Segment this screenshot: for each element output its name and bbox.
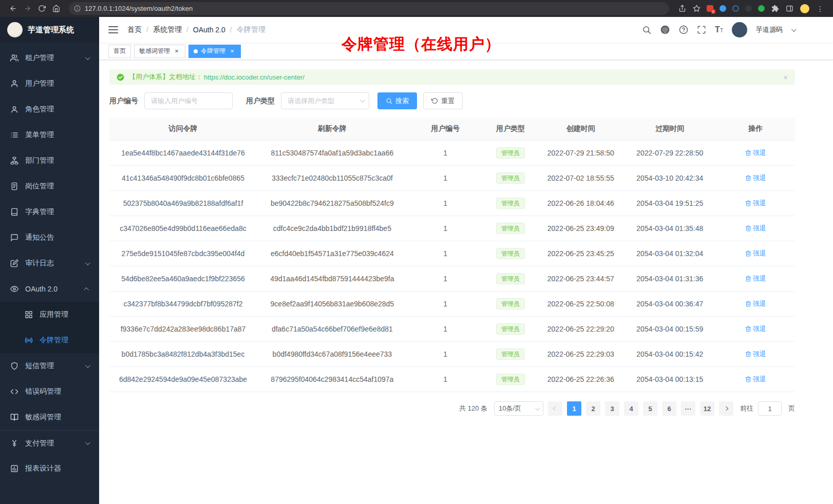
- yen-icon: [10, 439, 18, 448]
- goto-page-input[interactable]: [758, 401, 782, 416]
- force-logout-button[interactable]: 强退: [745, 249, 766, 258]
- side-panel-icon[interactable]: [783, 2, 796, 15]
- force-logout-button[interactable]: 强退: [745, 224, 766, 233]
- tab-close-icon[interactable]: ×: [173, 48, 180, 55]
- user-type-select[interactable]: 请选择用户类型: [281, 92, 369, 109]
- search-button[interactable]: 搜索: [377, 92, 417, 109]
- tab-close-icon[interactable]: ×: [229, 48, 236, 55]
- sidebar-item-label: 字典管理: [25, 207, 54, 217]
- breadcrumb-item[interactable]: OAuth 2.0: [193, 26, 225, 34]
- sidebar-item-tenant[interactable]: 租户管理: [0, 45, 99, 71]
- breadcrumb-separator: /: [146, 26, 148, 34]
- sidebar-item-user[interactable]: 用户管理: [0, 71, 99, 96]
- user-avatar[interactable]: [732, 22, 747, 37]
- sidebar-item-dept[interactable]: 部门管理: [0, 148, 99, 173]
- page-12-button[interactable]: 12: [700, 401, 714, 416]
- next-page-button[interactable]: [719, 401, 733, 416]
- github-icon[interactable]: [660, 25, 670, 35]
- extensions-puzzle-icon[interactable]: [768, 2, 782, 15]
- page-4-button[interactable]: 4: [624, 401, 638, 416]
- hamburger-icon[interactable]: [108, 26, 118, 33]
- sidebar-item-label: 用户管理: [25, 79, 54, 88]
- forward-icon[interactable]: [21, 2, 34, 15]
- force-logout-label: 强退: [753, 324, 766, 334]
- page-1-button[interactable]: 1: [567, 401, 581, 416]
- chevron-down-icon: [85, 440, 90, 445]
- bookmark-star-icon[interactable]: [690, 2, 703, 15]
- tab-token[interactable]: 令牌管理×: [188, 45, 241, 58]
- page-3-button[interactable]: 3: [605, 401, 619, 416]
- force-logout-button[interactable]: 强退: [745, 148, 766, 158]
- sidebar-item-audit-log[interactable]: 审计日志: [0, 250, 99, 276]
- extension-dark2-icon[interactable]: [745, 5, 752, 12]
- sidebar-item-notice[interactable]: 通知公告: [0, 225, 99, 250]
- fullscreen-icon[interactable]: [697, 25, 706, 34]
- home-icon[interactable]: [49, 2, 63, 15]
- user-type-label: 用户类型: [246, 96, 275, 106]
- sidebar-item-oauth2-token[interactable]: 令牌管理: [0, 327, 99, 353]
- table-row: 6d842e2924594de9a09e45e087323abe8796295f…: [109, 367, 795, 392]
- access-token-cell: 6d842e2924594de9a09e45e087323abe: [109, 367, 257, 392]
- pagination-total: 共 120 条: [459, 404, 487, 413]
- header-search-icon[interactable]: [642, 25, 651, 34]
- force-logout-button[interactable]: 强退: [745, 375, 766, 384]
- breadcrumb: 首页/系统管理/OAuth 2.0/令牌管理: [127, 25, 266, 34]
- reset-button[interactable]: 重置: [423, 92, 463, 109]
- force-logout-button[interactable]: 强退: [745, 173, 766, 183]
- force-logout-label: 强退: [753, 249, 766, 258]
- sidebar-item-report-designer[interactable]: 报表设计器: [0, 456, 99, 481]
- menu-list-icon: [10, 131, 18, 139]
- breadcrumb-item[interactable]: 首页: [127, 25, 142, 34]
- sidebar-item-post[interactable]: 岗位管理: [0, 173, 99, 199]
- extension-dark-icon[interactable]: [732, 5, 739, 12]
- help-icon[interactable]: [679, 25, 688, 34]
- user-type-badge: 管理员: [496, 147, 525, 159]
- info-icon[interactable]: [74, 5, 81, 12]
- page-size-select[interactable]: 10条/页: [494, 401, 543, 416]
- sidebar: 芋道管理系统 租户管理用户管理角色管理菜单管理部门管理岗位管理字典管理通知公告审…: [0, 17, 99, 504]
- sidebar-item-sensitive-word[interactable]: 敏感词管理: [0, 404, 99, 430]
- sidebar-item-sms[interactable]: 短信管理: [0, 353, 99, 379]
- sidebar-item-oauth2[interactable]: OAuth 2.0: [0, 276, 99, 302]
- sidebar-menu: 租户管理用户管理角色管理菜单管理部门管理岗位管理字典管理通知公告审计日志OAut…: [0, 43, 99, 504]
- browser-menu-icon[interactable]: ⋮: [813, 2, 827, 15]
- sidebar-item-error-code[interactable]: 错误码管理: [0, 379, 99, 404]
- alert-close-icon[interactable]: ×: [783, 73, 788, 82]
- page-5-button[interactable]: 5: [643, 401, 657, 416]
- page-ellipsis[interactable]: ···: [681, 401, 695, 416]
- trash-icon: [745, 200, 751, 206]
- force-logout-button[interactable]: 强退: [745, 299, 766, 308]
- extension-red-icon[interactable]: [707, 5, 713, 12]
- user-id-input[interactable]: [144, 92, 233, 109]
- force-logout-button[interactable]: 强退: [745, 324, 766, 334]
- force-logout-button[interactable]: 强退: [745, 350, 766, 359]
- page-2-button[interactable]: 2: [586, 401, 600, 416]
- tab-label: 敏感词管理: [139, 47, 170, 55]
- share-icon[interactable]: [675, 2, 689, 15]
- extension-blue-icon[interactable]: [720, 5, 726, 12]
- sidebar-item-dict[interactable]: 字典管理: [0, 199, 99, 225]
- tab-sensitive-word[interactable]: 敏感词管理×: [134, 45, 185, 58]
- force-logout-button[interactable]: 强退: [745, 199, 766, 208]
- browser-profile-avatar[interactable]: [800, 4, 809, 13]
- url-bar[interactable]: 127.0.0.1:1024/system/oauth2/token: [69, 2, 669, 15]
- table-row: f9336e7c7dd242a283ee98dc86b17a87dfa6c71a…: [109, 317, 795, 342]
- page-6-button[interactable]: 6: [662, 401, 676, 416]
- tab-home[interactable]: 首页: [108, 45, 131, 58]
- sidebar-item-oauth2-app[interactable]: 应用管理: [0, 302, 99, 327]
- alert-doc-link[interactable]: https://doc.iocoder.cn/user-center/: [204, 73, 305, 81]
- users-icon: [10, 54, 18, 62]
- create-time-cell: 2022-07-29 21:58:50: [538, 141, 623, 166]
- sidebar-item-role[interactable]: 角色管理: [0, 96, 99, 122]
- sidebar-item-menu[interactable]: 菜单管理: [0, 122, 99, 148]
- user-id-cell: 1: [408, 191, 483, 216]
- back-icon[interactable]: [6, 2, 20, 15]
- force-logout-button[interactable]: 强退: [745, 274, 766, 283]
- font-size-icon[interactable]: TT: [715, 26, 723, 33]
- extension-green-icon[interactable]: [758, 5, 765, 12]
- prev-page-button[interactable]: [548, 401, 562, 416]
- breadcrumb-item[interactable]: 系统管理: [153, 25, 182, 34]
- reload-icon[interactable]: [35, 2, 48, 15]
- sidebar-item-pay[interactable]: 支付管理: [0, 430, 99, 456]
- chevron-down-icon[interactable]: [791, 27, 797, 32]
